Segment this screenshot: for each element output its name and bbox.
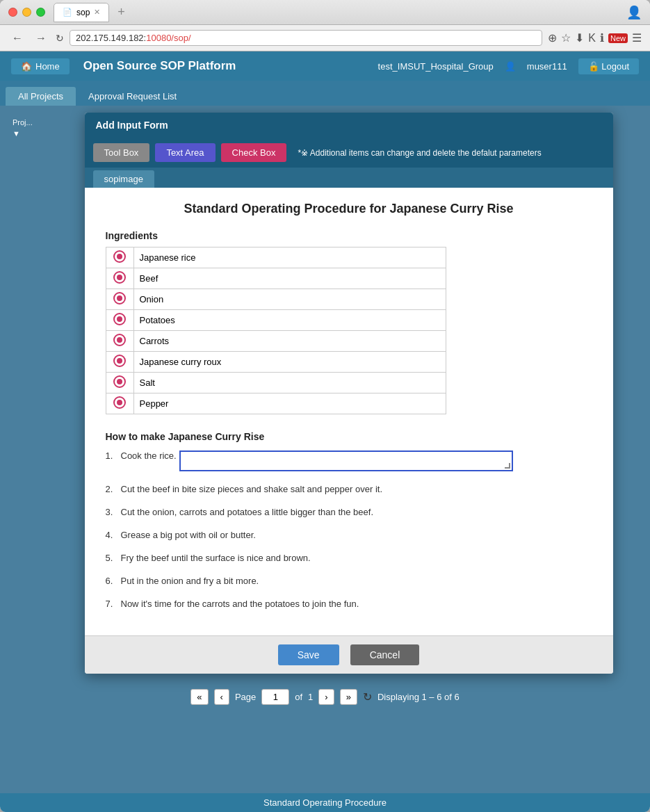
radio-icon (113, 334, 126, 346)
new-icon[interactable]: New (608, 33, 628, 43)
instruction-text: Fry the beef until the surface is nice a… (121, 553, 311, 563)
home-button[interactable]: 🏠 Home (11, 58, 70, 74)
tab-approval-request[interactable]: Approval Request List (76, 87, 189, 106)
browser-tab[interactable]: 📄 sop ✕ (54, 3, 109, 22)
back-button[interactable]: ← (8, 31, 26, 46)
resize-handle[interactable] (505, 463, 510, 469)
table-row: Onion (106, 289, 446, 310)
home-icon: 🏠 (21, 61, 32, 72)
instruction-text: Cut the onion, carrots and potatoes a li… (121, 507, 374, 517)
display-info: Displaying 1 – 6 of 6 (377, 692, 460, 702)
instruction-number: 7. (106, 599, 121, 609)
second-nav: All Projects Approval Request List (0, 81, 650, 106)
bookmark-icon[interactable]: ☆ (561, 31, 571, 44)
instruction-number: 6. (106, 576, 121, 586)
refresh-button[interactable]: ↻ (56, 33, 64, 44)
table-row: Pepper (106, 393, 446, 414)
url-suffix: 10080/sop/ (146, 33, 190, 43)
instruction-item: 5. Fry the beef until the surface is nic… (106, 553, 592, 563)
status-bar: Standard Operating Procedure (0, 793, 650, 812)
ingredient-name: Japanese curry roux (133, 352, 446, 373)
modal-footer: Save Cancel (85, 635, 613, 674)
radio-icon (113, 292, 126, 304)
user-icon-nav: 👤 (505, 61, 516, 72)
traffic-lights (8, 8, 45, 17)
prev-page-button[interactable]: ‹ (214, 689, 229, 705)
text-input-field[interactable] (179, 450, 513, 471)
url-prefix: 202.175.149.182: (76, 33, 146, 43)
instruction-text: Grease a big pot with oil or butter. (121, 530, 256, 540)
ingredient-name: Japanese rice (133, 247, 446, 268)
modal-header: Add Input Form (85, 113, 613, 138)
home-label: Home (35, 61, 60, 72)
instruction-number: 3. (106, 507, 121, 517)
sopimage-tab[interactable]: sopimage (93, 170, 154, 188)
table-row: Salt (106, 373, 446, 393)
instruction-number: 2. (106, 484, 121, 494)
new-tab-button[interactable]: + (115, 5, 128, 19)
content-tabs: sopimage (85, 168, 613, 188)
translate-icon[interactable]: ⊕ (548, 31, 557, 44)
tab-all-projects[interactable]: All Projects (6, 87, 76, 106)
minimize-button[interactable] (22, 8, 31, 17)
page-input[interactable] (261, 689, 289, 705)
next-page-button[interactable]: › (318, 689, 334, 705)
url-bar[interactable]: 202.175.149.182:10080/sop/ (70, 30, 542, 46)
app-content: 🏠 Home Open Source SOP Platform test_IMS… (0, 51, 650, 812)
checkbox-cell[interactable] (106, 393, 133, 414)
instruction-item: 6. Put in the onion and fry a bit more. (106, 576, 592, 586)
instruction-item: 3. Cut the onion, carrots and potatoes a… (106, 507, 592, 517)
tab-page-icon: 📄 (63, 8, 72, 17)
download-icon[interactable]: ⬇ (575, 31, 584, 44)
logout-label: Logout (601, 61, 629, 72)
vpn-icon[interactable]: K (588, 32, 596, 44)
project-column: Proj... ▼ (7, 113, 49, 674)
radio-icon (113, 375, 126, 388)
radio-icon (113, 396, 126, 409)
modal-toolbar: Tool Box Text Area Check Box *※ Addition… (85, 138, 613, 168)
modal-dialog: Add Input Form Tool Box Text Area Check … (85, 113, 613, 674)
info-icon[interactable]: ℹ (600, 31, 604, 44)
username: muser111 (527, 61, 567, 72)
instruction-number: 1. (106, 450, 121, 461)
maximize-button[interactable] (36, 8, 45, 17)
text-area-button[interactable]: Text Area (155, 143, 215, 162)
browser-icons: ⊕ ☆ ⬇ K ℹ New ☰ (548, 31, 642, 44)
close-button[interactable] (8, 8, 17, 17)
radio-icon (113, 313, 126, 325)
pagination-refresh-icon[interactable]: ↻ (363, 690, 372, 704)
checkbox-cell[interactable] (106, 331, 133, 352)
logout-button[interactable]: 🔓 Logout (578, 58, 639, 74)
ingredient-name: Pepper (133, 393, 446, 414)
titlebar: 📄 sop ✕ + 👤 (0, 0, 650, 25)
checkbox-cell[interactable] (106, 352, 133, 373)
checkbox-cell[interactable] (106, 268, 133, 289)
check-box-button[interactable]: Check Box (221, 143, 287, 162)
logout-icon: 🔓 (588, 61, 599, 72)
checkbox-cell[interactable] (106, 247, 133, 268)
forward-button[interactable]: → (32, 31, 50, 46)
radio-icon (113, 355, 126, 367)
last-page-button[interactable]: » (340, 689, 357, 705)
tab-bar: 📄 sop ✕ + (54, 3, 626, 22)
ingredient-name: Salt (133, 373, 446, 393)
instruction-item: 1. Cook the rice. (106, 450, 592, 471)
radio-icon (113, 250, 126, 263)
ingredient-name: Potatoes (133, 310, 446, 331)
cancel-button[interactable]: Cancel (350, 644, 420, 665)
radio-icon (113, 271, 126, 284)
instruction-text: Put in the onion and fry a bit more. (121, 576, 259, 586)
tool-box-button[interactable]: Tool Box (93, 143, 150, 162)
checkbox-cell[interactable] (106, 310, 133, 331)
pagination: « ‹ Page of 1 › » ↻ Displaying 1 – 6 of … (7, 681, 643, 713)
top-nav: 🏠 Home Open Source SOP Platform test_IMS… (0, 51, 650, 81)
checkbox-cell[interactable] (106, 289, 133, 310)
instruction-number: 4. (106, 530, 121, 540)
ingredients-table: Japanese rice Beef Onion Potatoes Carrot… (106, 247, 446, 414)
menu-icon[interactable]: ☰ (632, 31, 642, 44)
first-page-button[interactable]: « (190, 689, 208, 705)
tab-close-icon[interactable]: ✕ (94, 8, 100, 17)
instructions-section-title: How to make Japanese Curry Rise (106, 431, 592, 442)
save-button[interactable]: Save (278, 644, 339, 665)
checkbox-cell[interactable] (106, 373, 133, 393)
